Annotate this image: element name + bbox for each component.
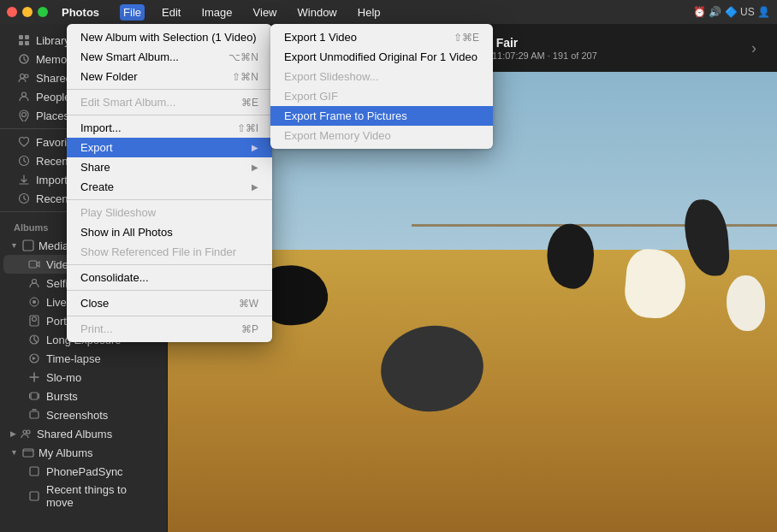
- menu-item-print: Print... ⌘P: [67, 319, 272, 339]
- svg-rect-28: [30, 492, 39, 500]
- album-icon-2: [27, 489, 41, 503]
- nav-next-button[interactable]: ›: [744, 36, 763, 61]
- export-submenu: Export 1 Video ⇧⌘E Export Unmodified Ori…: [270, 24, 493, 149]
- menu-item-show-all[interactable]: Show in All Photos: [67, 222, 272, 242]
- sidebar-item-label: People: [36, 91, 70, 103]
- shared-albums-group[interactable]: ▶ Shared Albums: [3, 424, 163, 443]
- sidebar-item-slo-mo[interactable]: Slo-mo: [3, 368, 163, 387]
- close-button[interactable]: [7, 7, 17, 17]
- menu-item-edit-smart-album: Edit Smart Album... ⌘E: [67, 92, 272, 112]
- svg-rect-26: [23, 449, 33, 457]
- menu-item-new-album-selection[interactable]: New Album with Selection (1 Video) ⌘N: [67, 27, 272, 47]
- menu-window[interactable]: Window: [294, 4, 341, 21]
- timelapse-icon: [27, 352, 41, 365]
- menu-item-show-referenced: Show Referenced File in Finder: [67, 242, 272, 262]
- menu-help[interactable]: Help: [354, 4, 384, 21]
- sidebar-item-label: PhonePadSync: [46, 465, 123, 478]
- sidebar-item-label: Bursts: [46, 390, 78, 403]
- svg-rect-2: [19, 41, 23, 45]
- svg-point-24: [23, 430, 27, 434]
- menu-item-shortcut: ⇧⌘I: [237, 122, 258, 134]
- sidebar-item-label: Shared Albums: [37, 428, 112, 440]
- maximize-button[interactable]: [38, 7, 48, 17]
- sidebar-item-bursts[interactable]: Bursts: [3, 387, 163, 405]
- menu-item-export[interactable]: Export ▶: [67, 138, 272, 157]
- portrait-icon: [27, 314, 41, 328]
- menu-image[interactable]: Image: [198, 4, 235, 21]
- submenu-item-label: Export Unmodified Original For 1 Video: [284, 50, 477, 63]
- menu-item-consolidate[interactable]: Consolidate...: [67, 268, 272, 287]
- menu-file[interactable]: File: [120, 4, 145, 21]
- svg-point-5: [21, 74, 25, 79]
- menu-bar: Photos File Edit Image View Window Help: [58, 4, 384, 21]
- import-icon: [17, 173, 31, 186]
- media-types-icon: [21, 239, 35, 252]
- slomo-icon: [27, 370, 41, 384]
- svg-point-16: [33, 317, 37, 322]
- burst-icon: [27, 389, 41, 403]
- menu-item-label: Export: [80, 141, 252, 154]
- menu-item-import[interactable]: Import... ⇧⌘I: [67, 118, 272, 138]
- svg-rect-23: [30, 411, 39, 418]
- sidebar-item-screenshots[interactable]: Screenshots: [3, 405, 163, 424]
- title-bar-right: ⏰ 🔊 🔷 US 👤: [693, 6, 770, 18]
- chevron-icon: ▶: [10, 429, 16, 438]
- sidebar-item-label: My Albums: [39, 446, 93, 459]
- menu-item-share[interactable]: Share ▶: [67, 157, 272, 177]
- menu-item-label: Edit Smart Album...: [80, 96, 221, 109]
- submenu-arrow-icon-2: ▶: [252, 163, 258, 172]
- sidebar-item-time-lapse[interactable]: Time-lapse: [3, 349, 163, 368]
- menu-edit[interactable]: Edit: [158, 4, 184, 21]
- svg-rect-22: [39, 393, 39, 399]
- minimize-button[interactable]: [22, 7, 33, 17]
- submenu-item-export-frame[interactable]: Export Frame to Pictures: [270, 106, 493, 126]
- menu-separator: [67, 89, 272, 90]
- goat-7-white: [727, 275, 765, 331]
- menu-item-label: Share: [80, 161, 252, 174]
- people-icon: [17, 90, 31, 103]
- app-name[interactable]: Photos: [58, 4, 103, 21]
- svg-rect-12: [29, 261, 37, 268]
- sidebar-item-recent-things[interactable]: Recent things to move: [3, 481, 163, 511]
- svg-rect-27: [30, 467, 39, 476]
- photo-grid-icon: [17, 33, 31, 47]
- menu-item-new-folder[interactable]: New Folder ⇧⌘N: [67, 67, 272, 86]
- svg-point-14: [33, 300, 36, 304]
- menu-item-label: Import...: [80, 121, 216, 134]
- svg-point-6: [25, 74, 28, 78]
- file-menu: New Album with Selection (1 Video) ⌘N Ne…: [67, 24, 272, 342]
- menu-item-label: Close: [80, 297, 218, 310]
- menu-item-play-slideshow: Play Slideshow: [67, 203, 272, 222]
- menu-item-label: Show in All Photos: [80, 226, 258, 239]
- submenu-item-export-gif: Export GIF: [270, 86, 493, 106]
- live-icon: [27, 295, 41, 309]
- svg-rect-21: [29, 393, 30, 399]
- system-icons: ⏰ 🔊 🔷 US 👤: [693, 6, 770, 18]
- menu-item-create[interactable]: Create ▶: [67, 177, 272, 197]
- menu-item-label: Show Referenced File in Finder: [80, 245, 258, 258]
- menu-item-close[interactable]: Close ⌘W: [67, 293, 272, 313]
- album-icon: [27, 464, 41, 478]
- chevron-icon: ▼: [10, 448, 18, 457]
- recently-icon: [17, 192, 31, 205]
- menu-item-label: New Smart Album...: [80, 50, 208, 63]
- menu-item-shortcut: ⇧⌘N: [232, 71, 258, 83]
- shared-icon: [17, 71, 31, 85]
- menu-item-label: Print...: [80, 322, 221, 335]
- menu-item-label: Play Slideshow: [80, 206, 258, 219]
- clock-icon: [17, 154, 31, 168]
- menu-item-new-smart-album[interactable]: New Smart Album... ⌥⌘N: [67, 47, 272, 67]
- menu-item-shortcut: ⌘E: [241, 97, 258, 109]
- menu-view[interactable]: View: [250, 4, 281, 21]
- submenu-item-export-unmodified[interactable]: Export Unmodified Original For 1 Video: [270, 47, 493, 67]
- menu-item-label: Consolidate...: [80, 271, 258, 284]
- video-icon: [27, 257, 41, 271]
- submenu-item-shortcut: ⇧⌘E: [454, 32, 479, 44]
- submenu-item-export-slideshow: Export Slideshow...: [270, 67, 493, 86]
- my-albums-group[interactable]: ▼ My Albums: [3, 443, 163, 462]
- submenu-item-export-video[interactable]: Export 1 Video ⇧⌘E: [270, 27, 493, 47]
- menu-item-shortcut: ⌘P: [241, 323, 258, 335]
- submenu-item-export-memory-video: Export Memory Video: [270, 126, 493, 145]
- sidebar-item-phonepad[interactable]: PhonePadSync: [3, 462, 163, 481]
- selfie-icon: [27, 276, 41, 290]
